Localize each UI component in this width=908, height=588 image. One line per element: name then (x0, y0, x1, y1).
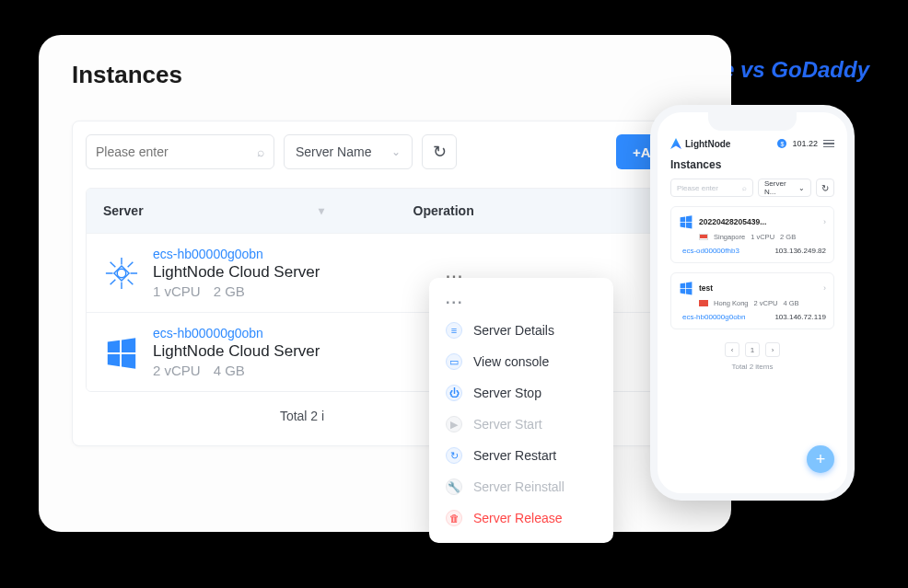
filter-icon[interactable]: ▾ (319, 204, 324, 217)
actions-menu: ... ≡ Server Details ▭ View console ⏻ Se… (429, 278, 613, 543)
svg-point-0 (117, 269, 126, 278)
menu-server-stop[interactable]: ⏻ Server Stop (429, 377, 613, 409)
coin-icon: $ (777, 139, 786, 148)
menu-header: ... (429, 291, 613, 315)
instance-name: LightNode Cloud Server (153, 342, 446, 361)
th-server: Server (103, 203, 144, 218)
mobile-preview: LightNode $ 101.22 Instances Please ente… (650, 105, 855, 501)
mobile-ecs-id[interactable]: ecs-hb00000g0obn (682, 313, 746, 321)
restart-icon: ↻ (446, 447, 462, 464)
menu-server-reinstall: 🔧 Server Reinstall (429, 471, 613, 502)
search-input[interactable]: ⌕ (86, 134, 274, 169)
toolbar: ⌕ Server Name ⌄ ↻ +Add (86, 134, 684, 169)
power-icon: ⏻ (446, 385, 462, 401)
mobile-pager: ‹ 1 › (670, 342, 834, 357)
refresh-icon: ↻ (433, 142, 447, 162)
menu-server-release[interactable]: 🗑 Server Release (429, 502, 613, 534)
mobile-add-fab[interactable]: + (807, 445, 834, 473)
trash-icon: 🗑 (446, 510, 462, 526)
svg-rect-1 (114, 265, 129, 280)
th-operation: Operation (413, 203, 667, 218)
refresh-button[interactable]: ↻ (422, 134, 457, 169)
windows-icon (679, 214, 693, 229)
console-icon: ▭ (446, 353, 462, 370)
mobile-instance-card[interactable]: 20220428205439... › Singapore 1 vCPU 2 G… (670, 206, 834, 263)
search-icon: ⌕ (742, 184, 747, 192)
menu-server-restart[interactable]: ↻ Server Restart (429, 440, 613, 471)
logo-icon (670, 138, 681, 149)
windows-icon (679, 281, 693, 295)
refresh-icon: ↻ (821, 183, 829, 193)
mobile-page-title: Instances (670, 158, 834, 171)
flag-icon-hk (699, 300, 708, 306)
mobile-refresh-button[interactable]: ↻ (816, 179, 834, 197)
chevron-down-icon: ⌄ (391, 145, 401, 158)
mobile-ecs-id[interactable]: ecs-od00000fhb3 (682, 247, 739, 255)
menu-server-details[interactable]: ≡ Server Details (429, 315, 613, 346)
mobile-filter-dropdown[interactable]: Server N...⌄ (758, 179, 811, 197)
instance-id[interactable]: ecs-hb00000g0obn (153, 326, 446, 340)
centos-icon (103, 255, 140, 292)
mobile-instance-id: 20220428205439... (699, 217, 766, 226)
instance-id[interactable]: ecs-hb00000g0obn (153, 247, 446, 261)
mobile-ip: 103.146.72.119 (774, 313, 826, 321)
menu-view-console[interactable]: ▭ View console (429, 346, 613, 377)
table-header: Server ▾ Operation (87, 189, 683, 233)
search-field[interactable] (96, 144, 257, 159)
page-title: Instances (72, 61, 698, 89)
mobile-search-input[interactable]: Please enter ⌕ (670, 179, 753, 197)
details-icon: ≡ (446, 322, 462, 339)
mobile-topbar: LightNode $ 101.22 (670, 138, 834, 149)
plus-icon: + (816, 450, 826, 469)
instances-panel: Instances ⌕ Server Name ⌄ ↻ +Add (39, 35, 731, 532)
search-icon: ⌕ (257, 144, 264, 159)
windows-icon (103, 334, 140, 371)
chevron-right-icon: › (823, 283, 826, 293)
instance-name: LightNode Cloud Server (153, 263, 446, 282)
instance-spec: 1 vCPU2 GB (153, 283, 446, 299)
wrench-icon: 🔧 (446, 478, 462, 495)
chevron-right-icon: › (823, 217, 826, 226)
play-icon: ▶ (446, 416, 462, 432)
chevron-down-icon: ⌄ (798, 184, 805, 192)
mobile-balance[interactable]: $ 101.22 (777, 139, 834, 148)
pager-prev-button[interactable]: ‹ (725, 342, 739, 357)
filter-dropdown[interactable]: Server Name ⌄ (284, 134, 413, 169)
pager-page-current[interactable]: 1 (745, 342, 760, 357)
mobile-instance-id: test (699, 283, 713, 293)
phone-notch (708, 112, 797, 131)
filter-label: Server Name (296, 144, 371, 159)
pager-next-button[interactable]: › (765, 342, 780, 357)
instance-spec: 2 vCPU4 GB (153, 363, 446, 378)
mobile-logo[interactable]: LightNode (670, 138, 730, 149)
mobile-instance-card[interactable]: test › Hong Kong 2 vCPU 4 GB ecs-hb00000… (670, 272, 834, 329)
mobile-ip: 103.136.249.82 (774, 247, 826, 255)
menu-server-start: ▶ Server Start (429, 409, 613, 440)
mobile-total: Total 2 items (670, 363, 834, 371)
menu-icon[interactable] (823, 140, 834, 148)
flag-icon-sg (699, 234, 708, 240)
